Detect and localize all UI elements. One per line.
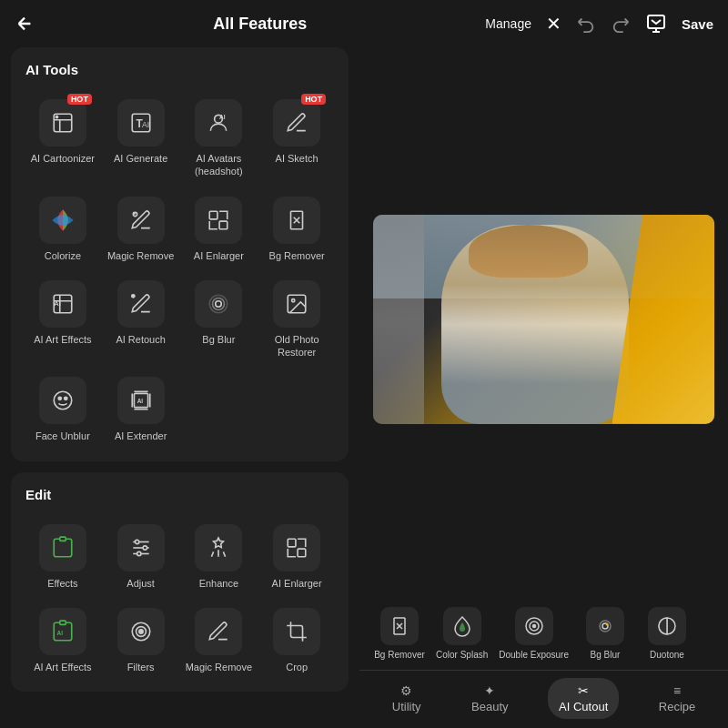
svg-point-43 — [605, 623, 608, 626]
bottom-tool-duotone[interactable]: Duotone — [638, 602, 696, 666]
bottom-tool-label-duotone: Duotone — [650, 649, 684, 661]
tool-icon-crop — [273, 608, 320, 655]
right-panel: Bg Remover Color Splash — [359, 47, 728, 728]
tool-label-magic-remove2: Magic Remove — [186, 661, 252, 673]
tool-label-bg-remover: Bg Remover — [269, 249, 325, 262]
tool-ai-generate[interactable]: T AI AI Generate — [104, 92, 178, 182]
tool-ai-art-effects2[interactable]: AI AI Art Effects — [25, 601, 100, 677]
tool-icon-ai-avatars: AI — [195, 99, 242, 147]
tool-icon-magic-remove2 — [195, 608, 242, 655]
svg-point-30 — [136, 551, 140, 555]
back-button[interactable] — [15, 14, 35, 34]
tool-icon-enhance — [195, 524, 242, 571]
tool-enhance[interactable]: Enhance — [182, 517, 257, 593]
tool-colorize[interactable]: Colorize — [25, 189, 100, 266]
tool-ai-enlarger2[interactable]: AI Enlarger — [259, 517, 334, 593]
tool-label-bg-blur: Bg Blur — [202, 333, 235, 346]
svg-point-21 — [65, 398, 67, 400]
svg-point-20 — [58, 398, 61, 400]
svg-point-18 — [292, 298, 295, 301]
tool-icon-ai-generate: T AI — [117, 99, 165, 147]
header: All Features Manage ✕ Save — [0, 0, 728, 47]
tool-icon-ai-extender: AI — [117, 377, 165, 424]
ai-cutout-icon: ✂ — [578, 683, 589, 698]
redo-button[interactable] — [611, 14, 631, 34]
tool-label-ai-avatars: AI Avatars (headshot) — [186, 152, 253, 178]
tool-icon-bg-blur — [195, 280, 242, 328]
svg-point-40 — [532, 625, 535, 628]
close-button[interactable]: ✕ — [546, 13, 561, 35]
tool-ai-retouch[interactable]: AI Retouch — [104, 273, 178, 363]
tool-filters[interactable]: Filters — [104, 601, 178, 677]
export-button[interactable] — [645, 13, 667, 35]
svg-rect-24 — [60, 537, 66, 541]
tool-ai-enlarger[interactable]: AI Enlarger — [182, 189, 257, 266]
tool-label-ai-sketch: AI Sketch — [276, 152, 318, 165]
tool-label-ai-enlarger2: AI Enlarger — [272, 577, 322, 590]
tab-ai-cutout[interactable]: ✂ AI Cutout — [548, 678, 619, 719]
tool-label-ai-enlarger: AI Enlarger — [194, 249, 244, 262]
hot-badge-cartoonizer: HOT — [67, 94, 92, 105]
bottom-tool-label-double-exposure: Double Exposure — [499, 649, 569, 661]
tool-label-face-unblur: Face Unblur — [35, 430, 90, 442]
bottom-tool-icon-double-exposure — [515, 607, 553, 645]
tool-ai-cartoonizer[interactable]: HOT AI Cartoonizer — [25, 92, 100, 182]
tool-label-colorize: Colorize — [45, 249, 81, 262]
tool-magic-remove[interactable]: Magic Remove — [104, 189, 178, 266]
bottom-tool-color-splash[interactable]: Color Splash — [432, 602, 491, 666]
tool-label-ai-extender: AI Extender — [115, 430, 167, 442]
tool-label-old-photo-restorer: Old Photo Restorer — [263, 333, 330, 359]
tool-icon-ai-art-effects: AI — [39, 280, 86, 328]
tool-bg-remover[interactable]: Bg Remover — [259, 189, 334, 266]
tab-beauty[interactable]: ✦ Beauty — [460, 678, 519, 719]
tool-magic-remove2[interactable]: Magic Remove — [182, 601, 257, 677]
tab-bar: ⚙ Utility ✦ Beauty ✂ AI Cutout ≡ Recipe — [359, 670, 728, 724]
tool-ai-art-effects[interactable]: AI AI Art Effects — [25, 273, 100, 363]
tab-recipe[interactable]: ≡ Recipe — [648, 678, 706, 719]
tab-utility[interactable]: ⚙ Utility — [381, 678, 432, 719]
bottom-tool-bg-remover[interactable]: Bg Remover — [370, 602, 429, 666]
bottom-tool-icon-bg-remover — [380, 607, 419, 645]
tool-face-unblur[interactable]: Face Unblur — [25, 369, 100, 446]
svg-point-2 — [56, 116, 57, 117]
tool-label-ai-retouch: AI Retouch — [116, 333, 165, 346]
tool-bg-blur[interactable]: Bg Blur — [182, 273, 257, 363]
photo-container — [373, 215, 714, 424]
bottom-tool-icon-color-splash — [443, 607, 481, 645]
tool-icon-bg-remover — [273, 197, 320, 244]
tab-recipe-label: Recipe — [659, 700, 695, 713]
page-title: All Features — [213, 15, 307, 34]
tool-label-magic-remove: Magic Remove — [107, 249, 174, 262]
beauty-icon: ✦ — [484, 683, 495, 698]
bottom-tool-icon-duotone — [648, 607, 686, 645]
tool-ai-extender[interactable]: AI AI Extender — [104, 369, 178, 446]
save-button[interactable]: Save — [682, 16, 713, 32]
tool-icon-ai-retouch — [117, 280, 165, 328]
manage-button[interactable]: Manage — [485, 16, 531, 31]
edit-title: Edit — [25, 487, 334, 502]
tool-ai-sketch[interactable]: HOT AI Sketch — [259, 92, 334, 182]
bottom-tool-double-exposure[interactable]: Double Exposure — [495, 602, 572, 666]
tab-beauty-label: Beauty — [471, 700, 508, 713]
tool-crop[interactable]: Crop — [259, 601, 334, 677]
svg-rect-33 — [60, 621, 66, 624]
bottom-tool-label-bg-remover: Bg Remover — [374, 649, 425, 661]
undo-button[interactable] — [576, 14, 596, 34]
bottom-tool-bg-blur[interactable]: Bg Blur — [576, 602, 634, 666]
bottom-tool-icon-bg-blur — [586, 607, 624, 645]
tool-icon-effects — [39, 524, 86, 571]
svg-point-19 — [54, 392, 72, 410]
tool-label-ai-cartoonizer: AI Cartoonizer — [31, 152, 95, 165]
tool-old-photo-restorer[interactable]: Old Photo Restorer — [259, 273, 334, 363]
edit-grid: Effects Adjust — [25, 517, 334, 678]
tool-icon-old-photo-restorer — [273, 280, 320, 328]
tool-label-ai-generate: AI Generate — [114, 152, 167, 165]
hot-badge-sketch: HOT — [301, 94, 326, 105]
tool-label-adjust: Adjust — [126, 577, 155, 590]
tool-label-crop: Crop — [286, 661, 308, 673]
svg-point-37 — [138, 630, 142, 633]
tool-ai-avatars[interactable]: AI AI Avatars (headshot) — [182, 92, 257, 182]
tool-adjust[interactable]: Adjust — [104, 517, 178, 593]
tool-effects[interactable]: Effects — [25, 517, 100, 593]
tool-icon-ai-enlarger — [195, 197, 242, 244]
